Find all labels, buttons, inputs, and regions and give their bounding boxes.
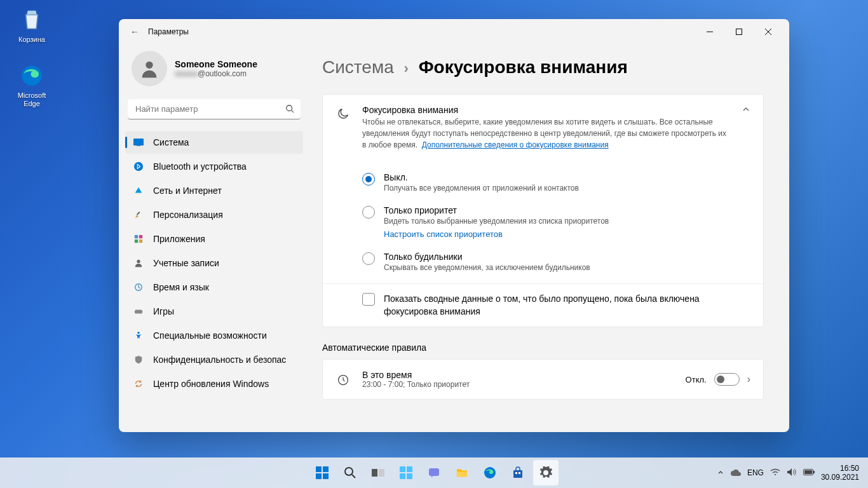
search-button[interactable] <box>337 460 363 485</box>
content-area: Система › Фокусировка внимания Фокусиров… <box>309 44 789 432</box>
close-button[interactable] <box>754 22 783 41</box>
svg-point-6 <box>287 105 292 111</box>
recycle-bin-icon <box>18 6 45 33</box>
radio-button[interactable] <box>362 173 375 186</box>
svg-rect-8 <box>133 139 144 146</box>
breadcrumb: Система › Фокусировка внимания <box>322 44 764 94</box>
collapse-button[interactable] <box>742 105 750 116</box>
nav-network[interactable]: Сеть и Интернет <box>125 179 303 202</box>
svg-rect-28 <box>379 469 384 477</box>
svg-rect-2 <box>736 29 742 35</box>
time-rule-toggle[interactable] <box>714 373 740 386</box>
onedrive-icon[interactable] <box>731 468 741 478</box>
nav-accessibility[interactable]: Специальные возможности <box>125 324 303 347</box>
svg-rect-18 <box>135 309 142 313</box>
focus-assist-card: Фокусировка внимания Чтобы не отвлекатьс… <box>322 94 764 327</box>
radio-button[interactable] <box>362 206 375 219</box>
explorer-button[interactable] <box>449 460 475 485</box>
sidebar: Someone Someone xxxxxx@outlook.com Систе… <box>119 44 309 432</box>
battery-icon[interactable] <box>803 468 815 477</box>
radio-priority[interactable]: Только приоритет Видеть только выбранные… <box>362 199 750 245</box>
svg-rect-32 <box>407 473 412 479</box>
moon-icon <box>336 106 351 121</box>
toggle-state: Откл. <box>686 375 707 384</box>
volume-icon[interactable] <box>787 468 797 478</box>
shield-icon <box>133 354 144 365</box>
bluetooth-icon <box>133 161 144 172</box>
search-input[interactable] <box>128 99 301 119</box>
store-button[interactable] <box>505 460 531 485</box>
start-button[interactable] <box>309 460 335 485</box>
svg-rect-40 <box>804 470 812 474</box>
svg-rect-36 <box>513 470 522 478</box>
task-view-button[interactable] <box>365 460 391 485</box>
tray-chevron-icon[interactable] <box>717 468 724 478</box>
svg-rect-37 <box>515 472 517 474</box>
nav-update[interactable]: Центр обновления Windows <box>125 372 303 395</box>
account-email: xxxxxx@outlook.com <box>175 69 257 78</box>
chevron-right-icon: › <box>404 60 409 76</box>
nav-privacy[interactable]: Конфиденциальность и безопасность <box>125 348 303 371</box>
focus-title: Фокусировка внимания <box>362 105 730 115</box>
svg-rect-41 <box>813 471 815 473</box>
focus-more-link[interactable]: Дополнительные сведения о фокусировке вн… <box>422 140 609 149</box>
desktop-icon-recycle[interactable]: Корзина <box>9 6 55 44</box>
time-rule-card[interactable]: В это время 23:00 - 7:00; Только приорит… <box>322 359 764 400</box>
nav-apps[interactable]: Приложения <box>125 227 303 250</box>
nav-accounts[interactable]: Учетные записи <box>125 252 303 274</box>
focus-desc: Чтобы не отвлекаться, выберите, какие ув… <box>362 116 730 151</box>
titlebar: ← Параметры <box>119 19 789 44</box>
radio-button[interactable] <box>362 252 375 265</box>
svg-point-16 <box>137 260 140 263</box>
radio-alarms[interactable]: Только будильники Скрывать все уведомлен… <box>362 245 750 278</box>
settings-button[interactable] <box>533 460 559 485</box>
nav-personalization[interactable]: Персонализация <box>125 203 303 226</box>
svg-line-26 <box>352 475 355 478</box>
breadcrumb-current: Фокусировка внимания <box>419 57 628 77</box>
svg-rect-13 <box>139 235 142 238</box>
edge-button[interactable] <box>477 460 503 485</box>
account-block[interactable]: Someone Someone xxxxxx@outlook.com <box>125 44 303 99</box>
chevron-right-icon[interactable]: › <box>747 374 750 385</box>
language-indicator[interactable]: ENG <box>747 468 764 477</box>
nav-gaming[interactable]: Игры <box>125 300 303 323</box>
customize-priority-link[interactable]: Настроить список приоритетов <box>384 229 609 239</box>
taskbar: ENG 16:50 30.09.2021 <box>0 458 868 488</box>
breadcrumb-parent[interactable]: Система <box>322 57 394 77</box>
svg-rect-24 <box>323 473 329 479</box>
svg-point-10 <box>134 162 143 171</box>
svg-rect-23 <box>316 473 322 479</box>
nav-system[interactable]: Система <box>125 131 303 154</box>
nav-bluetooth[interactable]: Bluetooth и устройства <box>125 155 303 178</box>
svg-rect-31 <box>400 473 405 479</box>
widgets-button[interactable] <box>393 460 419 485</box>
accessibility-icon <box>133 330 144 341</box>
svg-rect-15 <box>139 240 142 243</box>
gamepad-icon <box>133 306 144 317</box>
desktop-icon-label: Microsoft Edge <box>9 92 55 108</box>
brush-icon <box>133 209 144 220</box>
nav-time[interactable]: Время и язык <box>125 276 303 299</box>
time-icon <box>133 281 144 293</box>
maximize-button[interactable] <box>724 22 754 41</box>
edge-icon <box>18 62 45 89</box>
desktop-icon-edge[interactable]: Microsoft Edge <box>9 62 55 108</box>
checkbox[interactable] <box>362 293 375 306</box>
minimize-button[interactable] <box>695 22 724 41</box>
svg-point-5 <box>146 62 153 69</box>
summary-checkbox-row[interactable]: Показать сводные данные о том, что было … <box>323 283 763 327</box>
wifi-icon[interactable] <box>770 468 780 478</box>
radio-off[interactable]: Выкл. Получать все уведомления от прилож… <box>362 166 750 199</box>
search-box[interactable] <box>128 99 301 119</box>
svg-point-25 <box>345 468 353 475</box>
desktop-icon-label: Корзина <box>9 36 55 44</box>
nav-list: Система Bluetooth и устройства Сеть и Ин… <box>125 130 303 396</box>
chat-button[interactable] <box>421 460 447 485</box>
svg-rect-9 <box>137 146 140 146</box>
svg-rect-21 <box>316 466 322 472</box>
account-icon <box>133 257 144 269</box>
svg-rect-22 <box>323 466 329 472</box>
back-button[interactable]: ← <box>125 22 144 41</box>
account-name: Someone Someone <box>175 59 257 69</box>
tray-datetime[interactable]: 16:50 30.09.2021 <box>821 464 859 482</box>
